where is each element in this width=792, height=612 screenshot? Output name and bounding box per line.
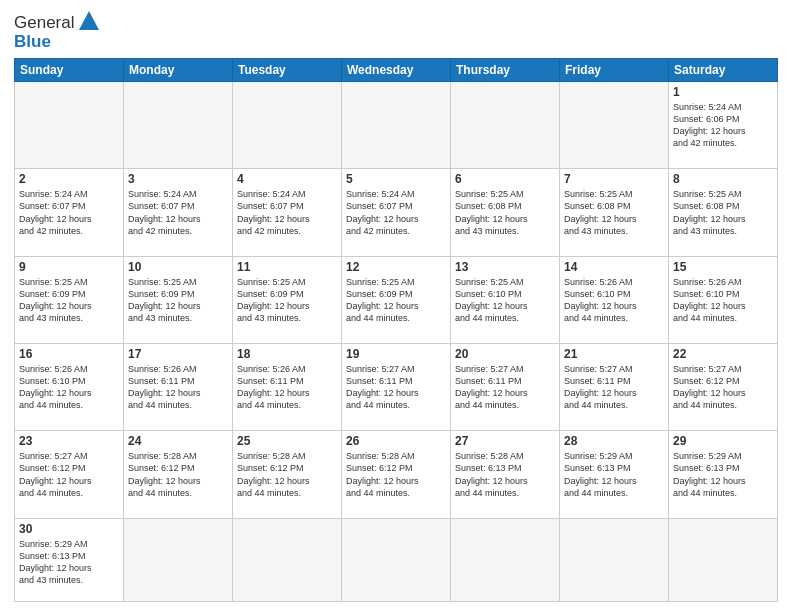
calendar-cell: 26Sunrise: 5:28 AMSunset: 6:12 PMDayligh…	[342, 431, 451, 518]
calendar-cell: 13Sunrise: 5:25 AMSunset: 6:10 PMDayligh…	[451, 256, 560, 343]
calendar-cell: 19Sunrise: 5:27 AMSunset: 6:11 PMDayligh…	[342, 343, 451, 430]
header: General Blue	[14, 10, 778, 52]
day-info: Sunrise: 5:28 AMSunset: 6:12 PMDaylight:…	[237, 450, 337, 499]
calendar-cell: 2Sunrise: 5:24 AMSunset: 6:07 PMDaylight…	[15, 169, 124, 256]
calendar-cell: 12Sunrise: 5:25 AMSunset: 6:09 PMDayligh…	[342, 256, 451, 343]
calendar-cell: 20Sunrise: 5:27 AMSunset: 6:11 PMDayligh…	[451, 343, 560, 430]
day-number: 27	[455, 434, 555, 448]
weekday-header: Sunday	[15, 59, 124, 82]
calendar-cell: 5Sunrise: 5:24 AMSunset: 6:07 PMDaylight…	[342, 169, 451, 256]
calendar-week-row: 23Sunrise: 5:27 AMSunset: 6:12 PMDayligh…	[15, 431, 778, 518]
calendar-week-row: 1Sunrise: 5:24 AMSunset: 6:06 PMDaylight…	[15, 82, 778, 169]
day-number: 18	[237, 347, 337, 361]
day-info: Sunrise: 5:25 AMSunset: 6:09 PMDaylight:…	[237, 276, 337, 325]
calendar-cell: 6Sunrise: 5:25 AMSunset: 6:08 PMDaylight…	[451, 169, 560, 256]
calendar-week-row: 30Sunrise: 5:29 AMSunset: 6:13 PMDayligh…	[15, 518, 778, 601]
calendar-cell: 28Sunrise: 5:29 AMSunset: 6:13 PMDayligh…	[560, 431, 669, 518]
logo-blue-text: Blue	[14, 32, 51, 52]
day-number: 20	[455, 347, 555, 361]
day-info: Sunrise: 5:27 AMSunset: 6:12 PMDaylight:…	[19, 450, 119, 499]
day-info: Sunrise: 5:27 AMSunset: 6:11 PMDaylight:…	[455, 363, 555, 412]
logo-general: General	[14, 13, 74, 33]
day-info: Sunrise: 5:29 AMSunset: 6:13 PMDaylight:…	[564, 450, 664, 499]
calendar-cell: 1Sunrise: 5:24 AMSunset: 6:06 PMDaylight…	[669, 82, 778, 169]
calendar-cell: 30Sunrise: 5:29 AMSunset: 6:13 PMDayligh…	[15, 518, 124, 601]
weekday-header: Tuesday	[233, 59, 342, 82]
calendar-cell	[342, 518, 451, 601]
day-info: Sunrise: 5:26 AMSunset: 6:10 PMDaylight:…	[19, 363, 119, 412]
calendar-cell: 4Sunrise: 5:24 AMSunset: 6:07 PMDaylight…	[233, 169, 342, 256]
day-info: Sunrise: 5:24 AMSunset: 6:07 PMDaylight:…	[19, 188, 119, 237]
day-info: Sunrise: 5:24 AMSunset: 6:07 PMDaylight:…	[128, 188, 228, 237]
calendar-cell: 25Sunrise: 5:28 AMSunset: 6:12 PMDayligh…	[233, 431, 342, 518]
day-info: Sunrise: 5:29 AMSunset: 6:13 PMDaylight:…	[19, 538, 119, 587]
calendar-cell: 27Sunrise: 5:28 AMSunset: 6:13 PMDayligh…	[451, 431, 560, 518]
weekday-header: Saturday	[669, 59, 778, 82]
calendar-cell: 7Sunrise: 5:25 AMSunset: 6:08 PMDaylight…	[560, 169, 669, 256]
day-info: Sunrise: 5:26 AMSunset: 6:10 PMDaylight:…	[673, 276, 773, 325]
day-info: Sunrise: 5:28 AMSunset: 6:13 PMDaylight:…	[455, 450, 555, 499]
day-info: Sunrise: 5:28 AMSunset: 6:12 PMDaylight:…	[128, 450, 228, 499]
day-number: 5	[346, 172, 446, 186]
day-number: 12	[346, 260, 446, 274]
day-info: Sunrise: 5:27 AMSunset: 6:12 PMDaylight:…	[673, 363, 773, 412]
day-number: 19	[346, 347, 446, 361]
day-number: 10	[128, 260, 228, 274]
calendar-cell	[15, 82, 124, 169]
calendar-cell	[669, 518, 778, 601]
calendar-cell: 21Sunrise: 5:27 AMSunset: 6:11 PMDayligh…	[560, 343, 669, 430]
day-number: 30	[19, 522, 119, 536]
calendar-cell	[124, 518, 233, 601]
day-number: 1	[673, 85, 773, 99]
day-info: Sunrise: 5:25 AMSunset: 6:08 PMDaylight:…	[564, 188, 664, 237]
day-info: Sunrise: 5:25 AMSunset: 6:08 PMDaylight:…	[673, 188, 773, 237]
calendar-cell	[342, 82, 451, 169]
day-info: Sunrise: 5:24 AMSunset: 6:06 PMDaylight:…	[673, 101, 773, 150]
calendar-cell: 11Sunrise: 5:25 AMSunset: 6:09 PMDayligh…	[233, 256, 342, 343]
day-info: Sunrise: 5:26 AMSunset: 6:11 PMDaylight:…	[128, 363, 228, 412]
day-info: Sunrise: 5:29 AMSunset: 6:13 PMDaylight:…	[673, 450, 773, 499]
calendar-cell	[451, 82, 560, 169]
calendar-cell: 18Sunrise: 5:26 AMSunset: 6:11 PMDayligh…	[233, 343, 342, 430]
calendar-cell: 3Sunrise: 5:24 AMSunset: 6:07 PMDaylight…	[124, 169, 233, 256]
day-number: 4	[237, 172, 337, 186]
weekday-header: Thursday	[451, 59, 560, 82]
day-number: 23	[19, 434, 119, 448]
logo: General Blue	[14, 10, 100, 52]
calendar-cell: 8Sunrise: 5:25 AMSunset: 6:08 PMDaylight…	[669, 169, 778, 256]
logo-triangle-icon	[78, 10, 100, 36]
day-number: 24	[128, 434, 228, 448]
calendar-cell	[233, 518, 342, 601]
day-number: 8	[673, 172, 773, 186]
day-number: 25	[237, 434, 337, 448]
calendar-cell: 15Sunrise: 5:26 AMSunset: 6:10 PMDayligh…	[669, 256, 778, 343]
day-info: Sunrise: 5:26 AMSunset: 6:10 PMDaylight:…	[564, 276, 664, 325]
weekday-header: Monday	[124, 59, 233, 82]
day-info: Sunrise: 5:25 AMSunset: 6:10 PMDaylight:…	[455, 276, 555, 325]
calendar-week-row: 16Sunrise: 5:26 AMSunset: 6:10 PMDayligh…	[15, 343, 778, 430]
day-number: 22	[673, 347, 773, 361]
day-info: Sunrise: 5:26 AMSunset: 6:11 PMDaylight:…	[237, 363, 337, 412]
logo-text-block: General Blue	[14, 10, 100, 52]
day-number: 7	[564, 172, 664, 186]
calendar-cell: 22Sunrise: 5:27 AMSunset: 6:12 PMDayligh…	[669, 343, 778, 430]
day-number: 14	[564, 260, 664, 274]
day-number: 3	[128, 172, 228, 186]
day-number: 2	[19, 172, 119, 186]
day-number: 11	[237, 260, 337, 274]
day-info: Sunrise: 5:27 AMSunset: 6:11 PMDaylight:…	[346, 363, 446, 412]
calendar-cell: 17Sunrise: 5:26 AMSunset: 6:11 PMDayligh…	[124, 343, 233, 430]
page: General Blue SundayMondayTuesdayWednesda…	[0, 0, 792, 612]
calendar-cell	[124, 82, 233, 169]
day-info: Sunrise: 5:28 AMSunset: 6:12 PMDaylight:…	[346, 450, 446, 499]
calendar-cell: 10Sunrise: 5:25 AMSunset: 6:09 PMDayligh…	[124, 256, 233, 343]
day-number: 28	[564, 434, 664, 448]
calendar-header-row: SundayMondayTuesdayWednesdayThursdayFrid…	[15, 59, 778, 82]
calendar-cell: 14Sunrise: 5:26 AMSunset: 6:10 PMDayligh…	[560, 256, 669, 343]
calendar-table: SundayMondayTuesdayWednesdayThursdayFrid…	[14, 58, 778, 602]
calendar-cell: 16Sunrise: 5:26 AMSunset: 6:10 PMDayligh…	[15, 343, 124, 430]
calendar-week-row: 2Sunrise: 5:24 AMSunset: 6:07 PMDaylight…	[15, 169, 778, 256]
day-info: Sunrise: 5:25 AMSunset: 6:08 PMDaylight:…	[455, 188, 555, 237]
day-number: 16	[19, 347, 119, 361]
calendar-cell	[560, 518, 669, 601]
